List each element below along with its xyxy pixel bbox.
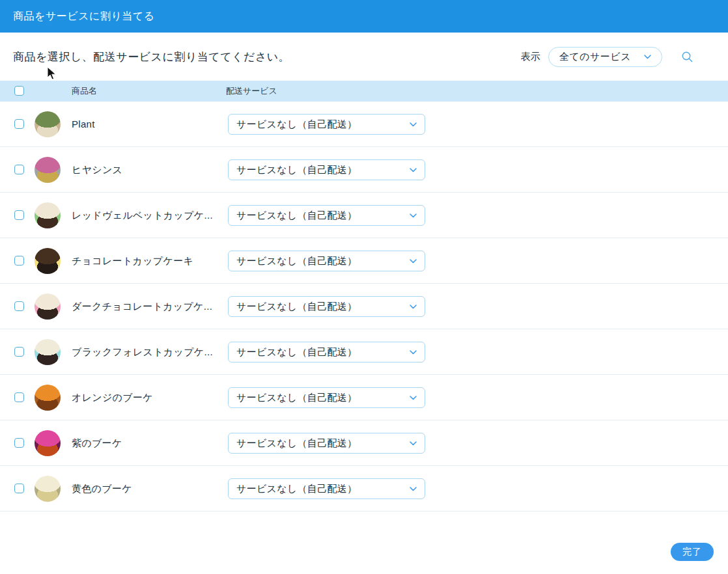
service-filter-select[interactable]: 全てのサービス [548,47,662,67]
table-row: ヒヤシンス サービスなし（自己配送） [0,147,728,193]
product-name: チョコレートカップケーキ [72,238,193,284]
row-checkbox[interactable] [14,210,24,220]
row-checkbox[interactable] [14,392,24,402]
filter-label: 表示 [521,51,540,63]
chevron-down-icon [410,396,417,400]
product-list: Plant サービスなし（自己配送） ヒヤシンス サービスなし（自己配送） レッ… [0,102,728,512]
service-select-value: サービスなし（自己配送） [236,118,410,131]
product-name: ヒヤシンス [72,147,122,193]
search-icon[interactable] [680,49,694,64]
product-name: ブラックフォレストカップケ... [72,329,213,375]
select-all-checkbox[interactable] [14,86,24,96]
service-select[interactable]: サービスなし（自己配送） [228,296,425,317]
service-select[interactable]: サービスなし（自己配送） [228,387,425,408]
chevron-down-icon [410,259,417,264]
row-checkbox[interactable] [14,438,24,448]
service-select-value: サービスなし（自己配送） [236,392,410,404]
service-filter-value: 全てのサービス [559,51,631,63]
service-select-value: サービスなし（自己配送） [236,437,410,450]
service-select[interactable]: サービスなし（自己配送） [228,159,425,180]
table-row: Plant サービスなし（自己配送） [0,102,728,147]
search-icon-glyph [681,51,693,63]
footer: 完了 [0,512,728,574]
product-image [35,339,61,365]
table-row: オレンジのブーケ サービスなし（自己配送） [0,375,728,420]
product-image [35,202,61,228]
product-image [35,476,61,502]
row-checkbox[interactable] [14,165,24,174]
product-image [35,157,61,183]
product-name: Plant [72,102,95,147]
dialog-titlebar: 商品をサービスに割り当てる [0,0,728,33]
row-checkbox[interactable] [14,119,24,129]
chevron-down-icon [410,168,417,172]
product-image [35,248,61,274]
table-row: ダークチョコレートカップケ... サービスなし（自己配送） [0,284,728,329]
service-select[interactable]: サービスなし（自己配送） [228,433,425,454]
service-select-value: サービスなし（自己配送） [236,210,410,222]
table-header: 商品名 配送サービス [0,81,728,102]
column-header-product-name: 商品名 [72,81,97,102]
table-row: レッドヴェルベットカップケ... サービスなし（自己配送） [0,193,728,238]
done-button[interactable]: 完了 [671,543,714,561]
chevron-down-icon [410,305,417,309]
dialog-title: 商品をサービスに割り当てる [13,10,155,23]
product-image [35,385,61,411]
instruction-text: 商品を選択し、配送サービスに割り当ててください。 [13,49,290,64]
row-checkbox[interactable] [14,256,24,266]
table-row: 黄色のブーケ サービスなし（自己配送） [0,466,728,512]
service-select[interactable]: サービスなし（自己配送） [228,114,425,135]
service-select[interactable]: サービスなし（自己配送） [228,478,425,499]
service-select-value: サービスなし（自己配送） [236,301,410,313]
product-name: レッドヴェルベットカップケ... [72,193,213,238]
product-image [35,294,61,320]
chevron-down-icon [410,122,417,127]
service-select-value: サービスなし（自己配送） [236,483,410,495]
product-image [35,430,61,456]
service-select-value: サービスなし（自己配送） [236,346,410,359]
column-header-shipping-service: 配送サービス [226,81,277,102]
chevron-down-icon [410,213,417,218]
table-row: 紫のブーケ サービスなし（自己配送） [0,420,728,466]
service-select[interactable]: サービスなし（自己配送） [228,342,425,362]
service-select-value: サービスなし（自己配送） [236,255,410,267]
service-select-value: サービスなし（自己配送） [236,164,410,176]
product-name: 紫のブーケ [72,420,122,466]
row-checkbox[interactable] [14,484,24,493]
chevron-down-icon [410,350,417,355]
table-row: チョコレートカップケーキ サービスなし（自己配送） [0,238,728,284]
product-image [35,111,61,137]
table-row: ブラックフォレストカップケ... サービスなし（自己配送） [0,329,728,375]
chevron-down-icon [644,55,651,59]
row-checkbox[interactable] [14,301,24,311]
product-name: オレンジのブーケ [72,375,153,420]
row-checkbox[interactable] [14,347,24,357]
service-select[interactable]: サービスなし（自己配送） [228,251,425,271]
product-name: 黄色のブーケ [72,466,132,512]
subheader: 商品を選択し、配送サービスに割り当ててください。 表示 全てのサービス [0,33,728,81]
product-name: ダークチョコレートカップケ... [72,284,212,329]
chevron-down-icon [410,487,417,491]
service-select[interactable]: サービスなし（自己配送） [228,205,425,226]
chevron-down-icon [410,441,417,446]
